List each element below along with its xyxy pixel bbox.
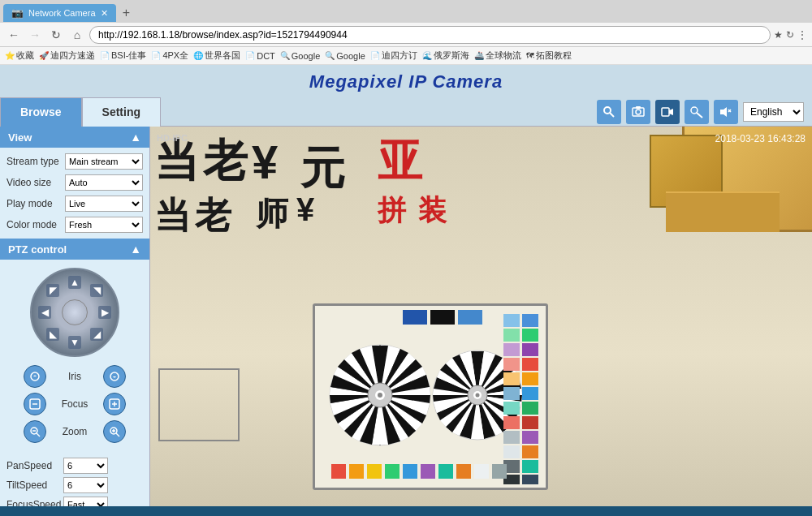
svg-rect-4 — [636, 106, 641, 109]
iris-label: Iris — [54, 371, 95, 382]
video-size-label: Video size — [6, 177, 62, 188]
tab-browse[interactable]: Browse — [0, 97, 82, 127]
ptz-up-right-button[interactable]: ◥ — [90, 284, 103, 297]
language-select[interactable]: English Chinese — [743, 102, 804, 122]
stream-type-label: Stream type — [6, 156, 62, 167]
color-mode-select[interactable]: Fresh — [65, 217, 143, 233]
stream-type-select[interactable]: Main stream — [65, 153, 143, 170]
bookmark-item[interactable]: 📄迪四方订 — [370, 49, 417, 62]
tilt-speed-row: TiltSpeed 6 — [0, 475, 149, 495]
tilt-speed-select[interactable]: 6 — [63, 477, 108, 493]
iris-minus-button[interactable] — [24, 365, 46, 388]
ptz-down-button[interactable]: ▼ — [68, 336, 81, 349]
bookmark-item[interactable]: 🗺拓图教程 — [526, 49, 572, 62]
menu-icon[interactable]: ⋮ — [797, 29, 807, 41]
bookmark-star-icon[interactable]: ★ — [774, 29, 783, 41]
video-size-row: Video size Auto — [0, 172, 149, 193]
focus-minus-button[interactable] — [24, 393, 46, 415]
color-mode-row: Color mode Fresh — [0, 214, 149, 235]
audio-button[interactable] — [714, 100, 738, 124]
focus-speed-label: FocusSpeed — [6, 499, 63, 506]
key-button[interactable] — [685, 100, 709, 124]
svg-rect-61 — [522, 460, 538, 473]
address-bar[interactable] — [89, 26, 771, 44]
play-mode-select[interactable]: Live — [65, 196, 143, 212]
svg-rect-72 — [503, 445, 520, 458]
camera-feed: HD-IPC 2018-03-23 16:43:28 当 老 ¥ 元 亚 拼 — [150, 127, 812, 506]
main-layout: View ▲ Stream type Main stream Video siz… — [0, 127, 812, 506]
app-title: Megapixel IP Camera — [309, 71, 503, 92]
svg-point-7 — [691, 107, 698, 114]
reload-button[interactable]: ↻ — [47, 26, 65, 44]
pan-speed-select[interactable]: 6 — [63, 458, 108, 474]
zoom-plus-button[interactable] — [103, 420, 126, 443]
bookmark-item[interactable]: 🔍Google — [325, 51, 365, 61]
video-size-select[interactable]: Auto — [65, 174, 143, 191]
view-collapse-icon[interactable]: ▲ — [130, 131, 141, 144]
chinese-char-5: 当 — [154, 191, 191, 240]
new-tab-button[interactable]: + — [118, 4, 136, 22]
iris-plus-button[interactable] — [103, 365, 126, 388]
svg-point-3 — [636, 110, 641, 114]
back-button[interactable]: ← — [5, 26, 23, 44]
record-button[interactable] — [655, 100, 680, 124]
nav-bar: ← → ↻ ⌂ ★ ↻ ⋮ — [0, 23, 812, 47]
bookmark-item[interactable]: ⭐收藏 — [5, 49, 34, 62]
bookmark-item[interactable]: 🌊俄罗斯海 — [422, 49, 469, 62]
ptz-left-button[interactable]: ◀ — [38, 306, 51, 319]
svg-rect-86 — [474, 464, 489, 479]
svg-point-46 — [378, 393, 382, 398]
ptz-down-right-button[interactable]: ◢ — [90, 328, 103, 341]
svg-rect-5 — [662, 108, 669, 116]
feed-label: HD-IPC — [157, 133, 188, 143]
svg-point-50 — [476, 393, 480, 398]
zoom-minus-button[interactable] — [24, 420, 46, 443]
svg-rect-56 — [522, 387, 538, 400]
feed-timestamp: 2018-03-23 16:43:28 — [715, 133, 806, 144]
ptz-up-button[interactable]: ▲ — [68, 276, 81, 289]
bookmark-item[interactable]: 📄DCT — [245, 51, 275, 61]
focus-row: Focus — [8, 393, 141, 415]
browser-chrome: 📷 Network Camera ✕ + ← → ↻ ⌂ ★ ↻ ⋮ ⭐收藏 🚀… — [0, 0, 812, 65]
svg-rect-59 — [522, 431, 538, 444]
chinese-char-4: 元 — [300, 139, 345, 199]
tab-close-button[interactable]: ✕ — [101, 8, 108, 19]
tab-favicon: 📷 — [11, 7, 24, 19]
bookmark-item[interactable]: 📄4PX全 — [151, 49, 188, 62]
stream-type-row: Stream type Main stream — [0, 151, 149, 172]
ptz-right-button[interactable]: ▶ — [98, 306, 111, 319]
bookmarks-bar: ⭐收藏 🚀迪四方速递 📄BSI-佳事 📄4PX全 🌐世界各国 📄DCT 🔍Goo… — [0, 47, 812, 65]
camera-scene: 当 老 ¥ 元 亚 拼 装 当 老 师 ¥ — [150, 127, 812, 506]
svg-rect-68 — [503, 387, 520, 400]
svg-rect-80 — [367, 464, 382, 479]
bookmark-item[interactable]: 🔍Google — [280, 51, 320, 61]
browser-tab[interactable]: 📷 Network Camera ✕ — [3, 4, 116, 22]
bookmark-item[interactable]: 🚢全球物流 — [474, 49, 521, 62]
pan-speed-label: PanSpeed — [6, 460, 63, 471]
bookmark-item[interactable]: 🚀迪四方速递 — [39, 49, 95, 62]
bookmark-item[interactable]: 📄BSI-佳事 — [100, 49, 146, 62]
zoom-tool-button[interactable] — [597, 100, 621, 124]
svg-rect-60 — [522, 445, 538, 458]
ptz-up-left-button[interactable]: ◤ — [46, 284, 59, 297]
tab-bar: 📷 Network Camera ✕ + — [0, 0, 812, 23]
tab-setting[interactable]: Setting — [82, 97, 161, 127]
chinese-char-6: 老 — [195, 191, 231, 240]
refresh-icon[interactable]: ↻ — [786, 29, 794, 41]
focus-speed-select[interactable]: Fast — [63, 497, 108, 506]
svg-rect-79 — [349, 464, 364, 479]
focus-plus-button[interactable] — [103, 393, 126, 415]
svg-rect-69 — [503, 402, 520, 415]
snapshot-button[interactable] — [626, 100, 650, 124]
forward-button[interactable]: → — [26, 26, 44, 44]
box-top-flap — [666, 191, 780, 232]
ptz-controls: ◤ ▲ ◥ ◀ ▶ ◣ ▼ ◢ Iris — [0, 260, 149, 456]
svg-rect-78 — [331, 464, 346, 479]
pan-speed-row: PanSpeed 6 — [0, 456, 149, 475]
svg-marker-9 — [720, 107, 727, 117]
home-button[interactable]: ⌂ — [68, 26, 86, 44]
svg-rect-67 — [503, 372, 520, 385]
ptz-down-left-button[interactable]: ◣ — [46, 328, 59, 341]
bookmark-item[interactable]: 🌐世界各国 — [193, 49, 240, 62]
ptz-collapse-icon[interactable]: ▲ — [130, 243, 141, 256]
